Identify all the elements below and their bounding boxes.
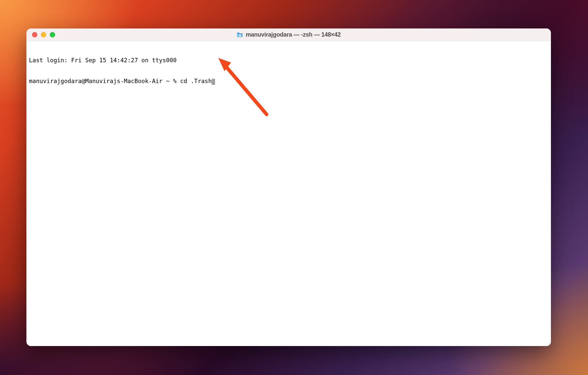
- terminal-window: manuvirajgodara — -zsh — 148×42 Last log…: [26, 28, 551, 346]
- prompt-line: manuvirajgodara@Manuvirajs-MacBook-Air ~…: [29, 78, 548, 85]
- shell-prompt: manuvirajgodara@Manuvirajs-MacBook-Air ~…: [29, 78, 180, 84]
- window-title-container: manuvirajgodara — -zsh — 148×42: [26, 31, 551, 38]
- window-close-button[interactable]: [32, 32, 37, 37]
- window-titlebar[interactable]: manuvirajgodara — -zsh — 148×42: [26, 28, 551, 41]
- window-minimize-button[interactable]: [41, 32, 46, 37]
- traffic-lights: [26, 32, 55, 37]
- home-folder-icon: [237, 32, 243, 38]
- terminal-cursor: [212, 79, 215, 85]
- window-maximize-button[interactable]: [50, 32, 55, 37]
- window-title-text: manuvirajgodara — -zsh — 148×42: [246, 31, 341, 38]
- last-login-line: Last login: Fri Sep 15 14:42:27 on ttys0…: [29, 57, 548, 64]
- shell-command-input[interactable]: cd .Trash: [180, 78, 212, 84]
- terminal-body[interactable]: Last login: Fri Sep 15 14:42:27 on ttys0…: [26, 41, 551, 346]
